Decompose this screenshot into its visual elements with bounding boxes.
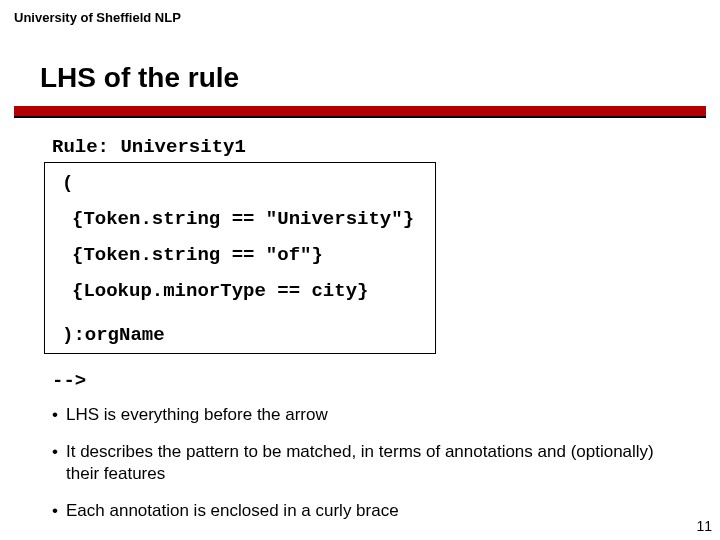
code-line-token-of: {Token.string == "of"}	[72, 244, 323, 266]
header-org: University of Sheffield NLP	[14, 10, 181, 25]
bullet-item: • LHS is everything before the arrow	[52, 404, 672, 425]
bullet-dot-icon: •	[52, 441, 66, 462]
code-line-close-paren-label: ):orgName	[62, 324, 165, 346]
bullet-dot-icon: •	[52, 404, 66, 425]
code-line-open-paren: (	[62, 172, 73, 194]
slide-title: LHS of the rule	[40, 62, 239, 94]
title-underline-bar	[14, 106, 706, 116]
bullet-list: • LHS is everything before the arrow • I…	[52, 404, 672, 537]
bullet-text: It describes the pattern to be matched, …	[66, 441, 672, 484]
bullet-item: • Each annotation is enclosed in a curly…	[52, 500, 672, 521]
code-line-arrow: -->	[52, 370, 86, 392]
code-line-token-university: {Token.string == "University"}	[72, 208, 414, 230]
bullet-dot-icon: •	[52, 500, 66, 521]
bullet-item: • It describes the pattern to be matched…	[52, 441, 672, 484]
bullet-text: LHS is everything before the arrow	[66, 404, 672, 425]
bullet-text: Each annotation is enclosed in a curly b…	[66, 500, 672, 521]
page-number: 11	[696, 518, 712, 534]
code-line-rule: Rule: University1	[52, 136, 246, 158]
code-line-lookup-city: {Lookup.minorType == city}	[72, 280, 368, 302]
